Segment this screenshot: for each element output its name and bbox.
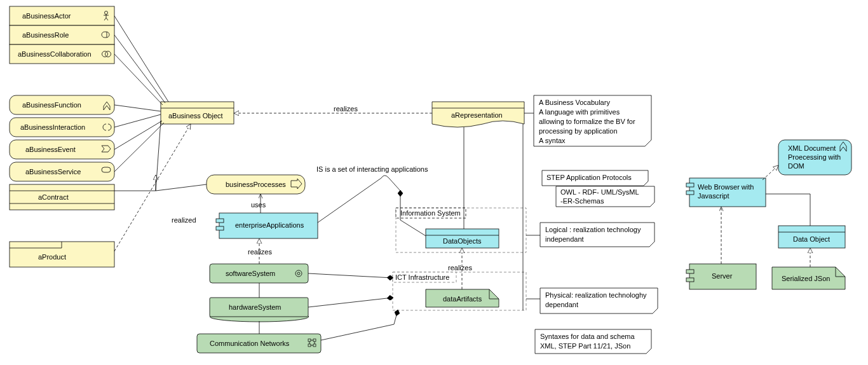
label: Server <box>712 272 733 280</box>
realizes-label: realizes <box>334 105 358 113</box>
svg-rect-50 <box>686 270 694 273</box>
line: allowing to formalize the BV for <box>539 118 635 125</box>
business-collaboration-box: aBusinessCollaboration <box>10 45 114 64</box>
connector <box>766 194 810 226</box>
is-set-label: IS is a set of interacting applications <box>316 165 428 173</box>
line: Web Browser with <box>698 183 754 191</box>
data-artifacts-box: dataArtifacts <box>426 289 499 307</box>
serialized-json-box: Serialized JSon <box>772 267 845 289</box>
realizes-label: realizes <box>248 248 272 256</box>
business-interaction-box: aBusinessInteraction <box>10 118 114 137</box>
uses-label: uses <box>251 201 266 209</box>
label: softwareSystem <box>226 270 275 277</box>
software-system-box: softwareSystem <box>210 264 308 283</box>
line: -ER-Schemas <box>560 197 604 205</box>
label: aBusinessCollaboration <box>18 50 92 58</box>
representation-box: aRepresentation <box>432 102 524 127</box>
line: Syntaxes for data and schema <box>540 333 635 340</box>
line: OWL - RDF- UML/SysML <box>560 188 639 196</box>
line: independant <box>545 235 584 243</box>
line: A language with primitives <box>539 108 620 116</box>
svg-rect-45 <box>686 183 694 187</box>
business-function-box: aBusinessFunction <box>10 95 114 114</box>
label: aContract <box>38 193 69 201</box>
server-box: Server <box>686 264 756 289</box>
enterprise-applications-box: enterpriseApplications <box>216 213 318 238</box>
connector <box>114 54 163 105</box>
data-objects-box: DataObjects <box>426 229 499 248</box>
svg-rect-26 <box>216 219 224 223</box>
line: XML Document <box>788 144 836 152</box>
label: dataArtifacts <box>443 295 482 303</box>
composition <box>308 273 393 278</box>
business-processes-box: businessProcesses <box>207 175 305 194</box>
connector <box>156 121 161 191</box>
line: processing by application <box>539 127 618 135</box>
connector <box>156 184 207 191</box>
business-service-box: aBusinessService <box>10 162 114 181</box>
line: Proecessing with <box>788 153 841 161</box>
web-browser-box: Web Browser with Javascript <box>686 178 766 207</box>
composition <box>321 310 398 340</box>
contract-box: aContract <box>10 184 114 210</box>
line: A Business Vocabulary <box>539 99 610 106</box>
label: businessProcesses <box>226 181 286 188</box>
ict-label: ICT Infrastructure <box>395 273 449 281</box>
connector <box>114 16 168 102</box>
realized-label: realized <box>172 216 196 224</box>
line: STEP Application Protocols <box>546 174 632 181</box>
realizes-label: realizes <box>448 264 472 272</box>
composition <box>308 298 393 307</box>
line: Physical: realization technologhy <box>545 291 647 299</box>
connector <box>114 35 165 103</box>
label: aBusinessInteraction <box>20 123 85 131</box>
archimate-diagram: aBusinessActor aBusinessRole aBusinessCo… <box>0 0 868 365</box>
line: A syntax <box>539 137 566 144</box>
label: aBusinessFunction <box>22 101 81 109</box>
logical-note: Logical : realization technology indepen… <box>540 223 654 247</box>
label: aBusinessService <box>25 168 81 176</box>
label: hardwareSystem <box>229 303 281 311</box>
label: Communication Networks <box>210 340 290 347</box>
hardware-system-box: hardwareSystem <box>210 298 309 322</box>
connector <box>114 105 161 111</box>
business-role-box: aBusinessRole <box>10 25 114 45</box>
physical-note: Physical: realization technologhy depend… <box>540 288 658 313</box>
line: XML, STEP Part 11/21, JSon <box>540 342 630 350</box>
syntax-note: Syntaxes for data and schema XML, STEP P… <box>535 329 651 354</box>
business-actor-box: aBusinessActor <box>10 6 114 25</box>
xml-dom-box: XML Document Proecessing with DOM <box>778 140 851 175</box>
line: Logical : realization technology <box>545 226 641 233</box>
label: aBusinessActor <box>22 12 71 20</box>
label: aBusinessEvent <box>25 146 76 153</box>
label: aBusinessRole <box>22 31 69 39</box>
vocab-note: A Business Vocabulary A language with pr… <box>534 95 651 146</box>
data-object-right: Data Object <box>778 226 845 248</box>
connector <box>114 114 161 127</box>
label: enterpriseApplications <box>235 221 304 229</box>
realization-connector <box>763 165 778 180</box>
svg-rect-51 <box>686 278 694 282</box>
label: DataObjects <box>443 237 482 245</box>
step-note: STEP Application Protocols OWL - RDF- UM… <box>542 170 654 207</box>
label: aProduct <box>38 253 66 261</box>
is-curve <box>318 176 400 223</box>
specialization-connector <box>114 175 156 191</box>
label: aBusiness Object <box>168 112 223 120</box>
label: Serialized JSon <box>782 275 830 282</box>
line: Javascript <box>698 192 729 200</box>
label: aRepresentation <box>451 111 503 119</box>
info-sys-label: Information System <box>400 209 461 217</box>
svg-rect-27 <box>216 226 224 230</box>
label: Data Object <box>793 235 830 243</box>
business-object-box: aBusiness Object <box>161 102 234 124</box>
svg-rect-46 <box>686 191 694 195</box>
business-event-box: aBusinessEvent <box>10 140 114 159</box>
line: dependant <box>545 301 578 308</box>
communication-networks-box: Communication Networks <box>197 334 321 353</box>
connector <box>114 123 164 172</box>
product-box: aProduct <box>10 242 114 267</box>
line: DOM <box>788 162 804 170</box>
